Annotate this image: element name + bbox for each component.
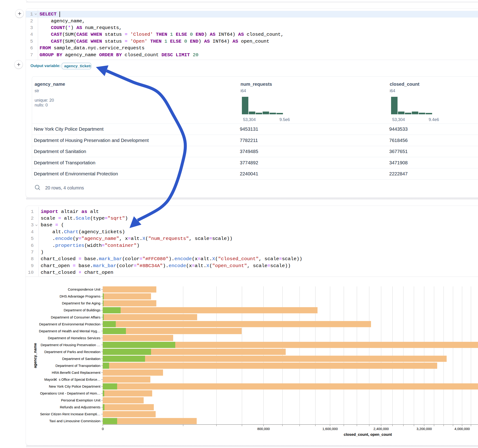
svg-text:Department of Sanitation: Department of Sanitation [62, 357, 100, 361]
svg-text:Department of Environmental Pr: Department of Environmental Protection [39, 322, 101, 326]
svg-text:800,000: 800,000 [257, 427, 270, 431]
svg-text:Correspondence Unit: Correspondence Unit [68, 288, 100, 291]
svg-text:Department of Health and Menta: Department of Health and Mental Hyg… [39, 329, 101, 333]
svg-text:Operations Unit - Department o: Operations Unit - Department of Hom… [40, 392, 101, 395]
svg-text:DHS Advantage Programs: DHS Advantage Programs [59, 294, 100, 298]
svg-text:Department of Parks and Recrea: Department of Parks and Recreation [44, 350, 100, 354]
svg-text:3,200,000: 3,200,000 [416, 427, 432, 431]
svg-text:Refunds and Adjustments: Refunds and Adjustments [60, 405, 100, 409]
svg-text:agency_name: agency_name [33, 343, 37, 368]
svg-text:2,400,000: 2,400,000 [373, 427, 389, 431]
svg-text:0: 0 [102, 427, 104, 431]
svg-text:Taxi and Limousine Commission: Taxi and Limousine Commission [49, 419, 101, 423]
svg-text:Department of Housing Preserva: Department of Housing Preservation … [41, 343, 100, 347]
svg-text:Department for the Aging: Department for the Aging [62, 301, 100, 305]
svg-text:Department of Homeless Service: Department of Homeless Services [48, 336, 101, 340]
svg-text:4,000,000: 4,000,000 [454, 427, 470, 431]
svg-text:Mayorâ€ s Office of Special E: Mayorâ€ s Office of Special Enforce… [44, 378, 100, 381]
svg-text:closed_count, open_count: closed_count, open_count [344, 432, 392, 436]
svg-text:1,600,000: 1,600,000 [322, 427, 338, 431]
svg-text:Department of Transportation: Department of Transportation [56, 364, 101, 367]
svg-text:Personal Exemption Unit: Personal Exemption Unit [61, 398, 100, 402]
svg-text:New York City Police Departmen: New York City Police Department [49, 385, 100, 388]
svg-text:Senior Citizen Rent Increase E: Senior Citizen Rent Increase Exempti… [40, 412, 101, 416]
svg-text:Department of Buildings: Department of Buildings [64, 308, 100, 312]
svg-text:HRA Benefit Card Replacement: HRA Benefit Card Replacement [52, 371, 101, 374]
svg-text:Department of Consumer Affairs: Department of Consumer Affairs [51, 316, 101, 319]
